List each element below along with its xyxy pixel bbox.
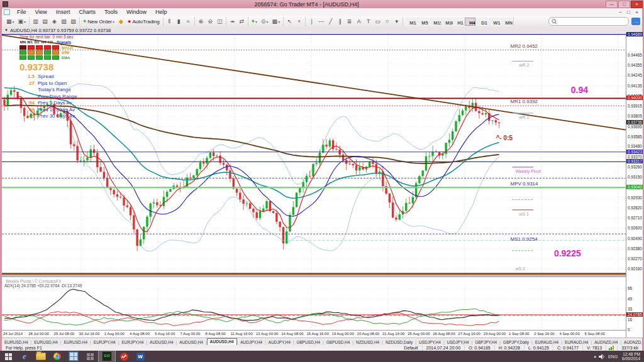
taskbar-apps-icon[interactable] xyxy=(82,351,98,362)
tab-gbpjpy-h4[interactable]: GBPJPY,H4 xyxy=(472,339,499,346)
bar-chart-button[interactable]: ‖ xyxy=(165,17,174,26)
taskbar-mt4-icon[interactable] xyxy=(116,351,132,362)
templates-button[interactable]: ▩▾ xyxy=(271,17,282,26)
taskbar-ie-icon[interactable]: e xyxy=(16,351,33,362)
chart-shift-button[interactable]: ⇄ xyxy=(238,17,246,26)
terminal-button[interactable]: ▧ xyxy=(60,17,68,26)
mdi-close-button[interactable]: × xyxy=(633,9,641,15)
search-input[interactable] xyxy=(557,18,623,25)
client-area: FileViewInsertChartsToolsWindowHelp −□× … xyxy=(2,8,642,351)
tab-euraud-h4[interactable]: EURAUD,H4 xyxy=(562,339,591,346)
data-window-button[interactable]: ▤ xyxy=(41,17,49,26)
tab-audjpy-h4[interactable]: AUDJPY,H4 xyxy=(266,339,293,346)
timeframe-d1[interactable]: D1 xyxy=(477,18,487,26)
timeframe-m1[interactable]: M1 xyxy=(405,18,416,26)
tab-eurusd-h4[interactable]: EURUSD,H4 xyxy=(31,339,60,346)
tab-audnzd-h4[interactable]: AUDNZD,H4 xyxy=(592,339,620,346)
strategy-tester-button[interactable]: ▨ xyxy=(69,17,77,26)
tab-euraud-h4[interactable]: EURAUD,H4 xyxy=(533,339,562,346)
tab-eurjpy-h4[interactable]: EURJPY,H4 xyxy=(119,339,146,346)
crosshair-button[interactable]: + xyxy=(295,17,303,26)
new-order-button[interactable]: +New Order▾ xyxy=(82,17,116,26)
timeframe-mn[interactable]: MN xyxy=(501,18,511,26)
taskbar-start-icon[interactable] xyxy=(0,351,16,362)
menu-charts[interactable]: Charts xyxy=(74,9,100,15)
mdi-restore-button[interactable]: □ xyxy=(625,9,633,15)
zoom-in-button[interactable]: ⊕ xyxy=(197,17,205,26)
profiles-button[interactable]: ▣▾ xyxy=(17,17,28,26)
market-watch-button[interactable]: ▥ xyxy=(31,17,40,26)
timeframe-h1[interactable]: H1 xyxy=(453,18,464,26)
timeframe-h4[interactable]: H4 xyxy=(465,18,475,26)
rectangle-button[interactable]: ▭ xyxy=(374,17,382,26)
menu-insert[interactable]: Insert xyxy=(52,9,75,15)
tab-audnzd-h4[interactable]: AUDNZD,H4 xyxy=(621,339,642,346)
timeframe-m5[interactable]: M5 xyxy=(417,18,428,26)
tab-audusd-h4[interactable]: AUDUSD,H4 xyxy=(147,339,176,346)
price-axis[interactable]: 0.944650.943550.942450.941350.940250.939… xyxy=(626,33,643,337)
taskbar-explorer-icon[interactable] xyxy=(33,351,49,362)
line-chart-button[interactable]: ≈ xyxy=(184,17,192,26)
cursor-icon: ↖ xyxy=(287,18,292,25)
timeframe-m30[interactable]: M30 xyxy=(441,18,452,26)
tab-eurusd-h4[interactable]: EURUSD,H4 xyxy=(2,339,31,346)
indicators-button[interactable]: +▾ xyxy=(250,17,258,26)
language-indicator[interactable]: ENG xyxy=(605,354,621,359)
periods-button[interactable]: ⊙▾ xyxy=(260,17,270,26)
fibonacci-button[interactable]: ≣ xyxy=(345,17,353,26)
menu-file[interactable]: File xyxy=(13,9,31,15)
text-button[interactable]: A xyxy=(355,17,363,26)
chat-icon[interactable]: … xyxy=(631,18,640,25)
autotrading-button[interactable]: ●AutoTrading xyxy=(126,17,161,26)
tab-eurjpy-h4[interactable]: EURJPY,H4 xyxy=(91,339,118,346)
arrows-button[interactable]: ▾ xyxy=(392,17,401,26)
taskbar-go-trader-icon[interactable]: GO xyxy=(98,351,116,362)
chevron-down-icon[interactable]: ▼ xyxy=(4,28,8,32)
adx-indicator-pane[interactable]: ADX(14) 24.0785 +DI:22.9764 -DI:13.2749 xyxy=(2,283,626,330)
price-label: 0.94135 xyxy=(628,84,642,88)
taskbar-word-icon[interactable]: W xyxy=(132,351,148,362)
close-button[interactable]: × xyxy=(631,1,643,8)
ellipse-button[interactable]: ○ xyxy=(383,17,391,26)
maximize-button[interactable]: □ xyxy=(618,1,630,8)
chart-plot[interactable]: Time for next bar: 0 min 5 secMNW1D1H4H1… xyxy=(2,33,626,275)
menu-window[interactable]: Window xyxy=(122,9,151,15)
menu-view[interactable]: View xyxy=(31,9,52,15)
mdi-minimize-button[interactable]: − xyxy=(616,9,625,15)
horizontal-line-button[interactable]: — xyxy=(317,17,325,26)
menu-tools[interactable]: Tools xyxy=(100,9,122,15)
taskbar-calculator-icon[interactable] xyxy=(65,351,82,362)
terminal-icon: ▧ xyxy=(61,18,67,25)
navigator-button[interactable]: ◈ xyxy=(50,17,58,26)
vertical-line-button[interactable]: | xyxy=(308,17,316,26)
tab-eurusd-h4[interactable]: EURUSD,H4 xyxy=(62,339,91,346)
tab-usdjpy-h4[interactable]: USDJPY,H4 xyxy=(416,339,443,346)
taskbar-clock[interactable]: 12:48 PM6/09/2014 xyxy=(621,352,644,361)
label-button[interactable]: T xyxy=(364,17,372,26)
tab-nzdusd-h4[interactable]: NZDUSD,H4 xyxy=(353,339,382,346)
trendline-button[interactable]: ╱ xyxy=(326,17,335,26)
tab-gbpusd-h4[interactable]: GBPUSD,H4 xyxy=(294,339,323,346)
tab-usdjpy-h4[interactable]: USDJPY,H4 xyxy=(445,339,472,346)
timeframe-m15[interactable]: M15 xyxy=(429,18,440,26)
tab-nzdusd-daily[interactable]: NZDUSD,Daily xyxy=(383,339,415,346)
candlestick-chart-button[interactable]: ▮ xyxy=(175,17,183,26)
taskbar-chrome-icon[interactable] xyxy=(49,351,65,362)
menu-help[interactable]: Help xyxy=(151,9,172,15)
auto-scroll-button[interactable]: ↠ xyxy=(228,17,236,26)
minimize-button[interactable]: — xyxy=(606,1,618,8)
tab-gbpusd-h4[interactable]: GBPUSD,H4 xyxy=(324,339,353,346)
tray-expand-icon[interactable]: ▴ xyxy=(591,354,599,359)
zoom-out-button[interactable]: ⊖ xyxy=(206,17,214,26)
new-chart-button[interactable]: ▦▾ xyxy=(5,17,16,26)
cursor-button[interactable]: ↖ xyxy=(286,17,294,26)
vertical-line-icon: | xyxy=(311,18,312,25)
tab-gbpjpy-daily[interactable]: GBPJPY,Daily xyxy=(501,339,531,346)
timeframe-w1[interactable]: W1 xyxy=(489,18,499,26)
tab-audjpy-h4[interactable]: AUDJPY,H4 xyxy=(238,339,265,346)
volume-icon[interactable] xyxy=(599,351,605,362)
equidistant-channel-button[interactable]: ∥ xyxy=(336,17,344,26)
metaeditor-button[interactable]: ◆ xyxy=(117,17,125,26)
tab-audusd-h4[interactable]: AUDUSD,H4 xyxy=(177,339,206,346)
tile-windows-button[interactable]: ◫ xyxy=(216,17,224,26)
